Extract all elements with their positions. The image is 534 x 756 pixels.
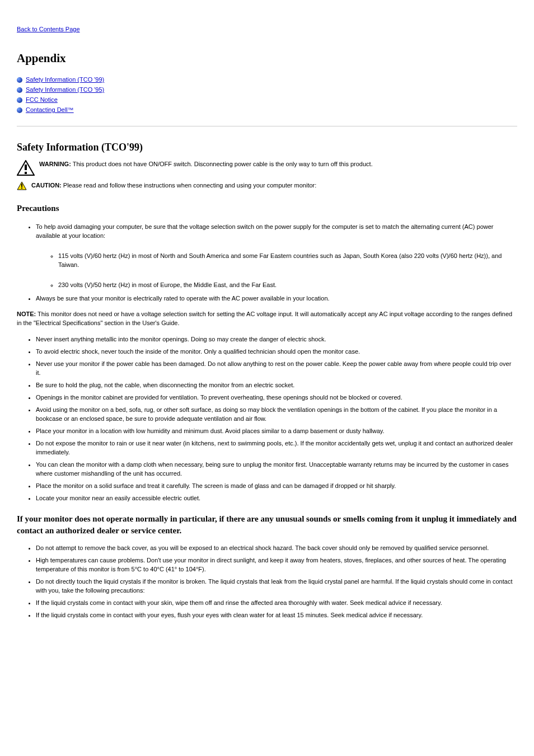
list-item: High temperatures can cause problems. Do… bbox=[36, 556, 517, 574]
bullet-icon bbox=[17, 97, 22, 103]
svg-rect-5 bbox=[21, 187, 22, 189]
precautions-heading: Precautions bbox=[17, 203, 517, 215]
caution-label: CAUTION: bbox=[31, 182, 62, 189]
caution-icon bbox=[17, 181, 27, 190]
warning-label: WARNING: bbox=[39, 161, 71, 167]
svg-rect-4 bbox=[21, 184, 22, 187]
precautions-list-a: Never insert anything metallic into the … bbox=[17, 335, 517, 503]
toc-item: Safety Information (TCO '99) bbox=[17, 76, 517, 84]
warning-icon bbox=[17, 160, 35, 176]
list-item: Place your monitor in a location with lo… bbox=[36, 427, 517, 436]
list-item: Do not directly touch the liquid crystal… bbox=[36, 577, 517, 595]
list-item: If the liquid crystals come in contact w… bbox=[36, 599, 517, 608]
note-body: This monitor does not need or have a vol… bbox=[17, 311, 512, 326]
back-to-contents-link[interactable]: Back to Contents Page bbox=[17, 25, 517, 34]
caution-text: CAUTION: Please read and follow these in… bbox=[31, 181, 517, 190]
toc-item: FCC Notice bbox=[17, 96, 517, 105]
list-item: Locate your monitor near an easily acces… bbox=[36, 494, 517, 503]
warning-block: WARNING: This product does not have ON/O… bbox=[17, 160, 517, 176]
caution-block: CAUTION: Please read and follow these in… bbox=[17, 181, 517, 190]
bullet-icon bbox=[17, 107, 22, 113]
precautions-list: To help avoid damaging your computer, be… bbox=[17, 223, 517, 303]
precautions-list-b: Do not attempt to remove the back cover,… bbox=[17, 544, 517, 620]
list-item: 230 volts (V)/50 hertz (Hz) in most of E… bbox=[58, 281, 517, 290]
list-item: Always be sure that your monitor is elec… bbox=[36, 294, 517, 303]
caution-body: Please read and follow these instruction… bbox=[63, 182, 316, 189]
table-of-contents: Safety Information (TCO '99) Safety Info… bbox=[17, 76, 517, 115]
list-item: If the liquid crystals come in contact w… bbox=[36, 611, 517, 620]
svg-rect-1 bbox=[25, 165, 27, 170]
nested-list: 115 volts (V)/60 hertz (Hz) in most of N… bbox=[36, 252, 517, 290]
svg-rect-2 bbox=[25, 172, 27, 174]
toc-link-fcc[interactable]: FCC Notice bbox=[26, 96, 58, 105]
list-item-text: To help avoid damaging your computer, be… bbox=[36, 223, 494, 239]
list-item: To avoid electric shock, never touch the… bbox=[36, 348, 517, 356]
note-label: NOTE: bbox=[17, 311, 36, 317]
list-item: To help avoid damaging your computer, be… bbox=[36, 223, 517, 290]
toc-link-safety-99[interactable]: Safety Information (TCO '99) bbox=[26, 76, 104, 84]
toc-link-safety-95[interactable]: Safety Information (TCO '95) bbox=[26, 86, 104, 95]
subheading: If your monitor does not operate normall… bbox=[17, 513, 517, 538]
list-item: 115 volts (V)/60 hertz (Hz) in most of N… bbox=[58, 252, 517, 270]
list-item: Do not expose the monitor to rain or use… bbox=[36, 439, 517, 457]
divider bbox=[17, 126, 517, 126]
list-item: Openings in the monitor cabinet are prov… bbox=[36, 393, 517, 402]
list-item: Do not attempt to remove the back cover,… bbox=[36, 544, 517, 553]
list-item: Avoid using the monitor on a bed, sofa, … bbox=[36, 406, 517, 424]
toc-item: Contacting Dell™ bbox=[17, 106, 517, 115]
page-title: Appendix bbox=[17, 50, 517, 67]
toc-link-contact[interactable]: Contacting Dell™ bbox=[26, 106, 74, 115]
bullet-icon bbox=[17, 87, 22, 93]
list-item: Place the monitor on a solid surface and… bbox=[36, 482, 517, 491]
note-block: NOTE: This monitor does not need or have… bbox=[17, 310, 517, 328]
bullet-icon bbox=[17, 77, 22, 83]
warning-body: This product does not have ON/OFF switch… bbox=[73, 161, 373, 167]
section-title-safety: Safety Information (TCO'99) bbox=[17, 140, 517, 154]
list-item: Be sure to hold the plug, not the cable,… bbox=[36, 381, 517, 390]
warning-text: WARNING: This product does not have ON/O… bbox=[39, 160, 517, 169]
list-item: You can clean the monitor with a damp cl… bbox=[36, 461, 517, 478]
list-item: Never use your monitor if the power cabl… bbox=[36, 360, 517, 378]
list-item: Never insert anything metallic into the … bbox=[36, 335, 517, 344]
toc-item: Safety Information (TCO '95) bbox=[17, 86, 517, 95]
